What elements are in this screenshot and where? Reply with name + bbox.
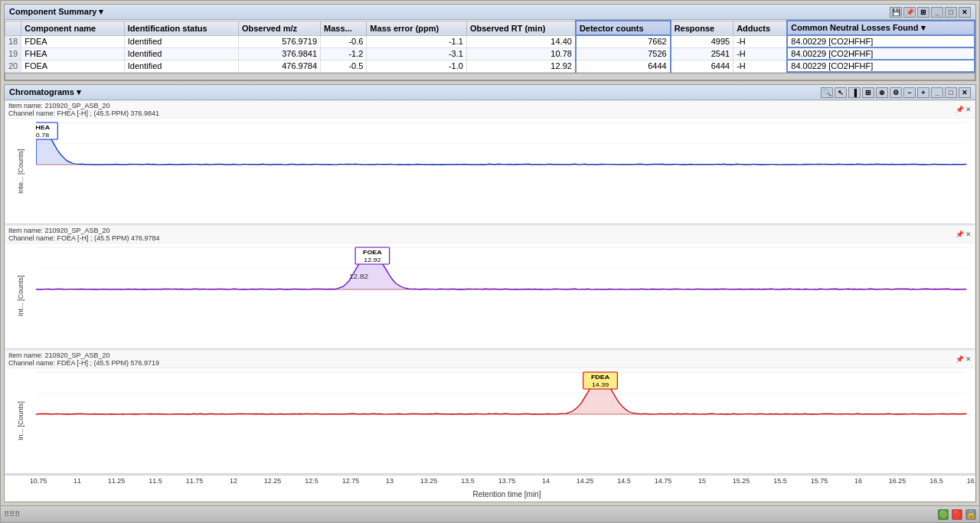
cell-cnl: 84.00229 [CO2HFHF] — [787, 35, 975, 47]
col-header-detector-counts[interactable]: Detector counts — [576, 21, 671, 35]
chrom-cursor-icon[interactable]: ↖ — [835, 87, 847, 98]
table-header-row: Component name Identification status Obs… — [5, 21, 975, 35]
chrom-expand-icon[interactable]: ⊕ — [876, 87, 888, 98]
cell-detector-counts: 6444 — [576, 60, 671, 72]
table-row[interactable]: 19 FHEA Identified 376.9841 -1.2 -3.1 10… — [5, 47, 975, 60]
component-table-body: 18 FDEA Identified 576.9719 -0.6 -1.1 14… — [5, 35, 975, 72]
svg-text:12.92: 12.92 — [364, 256, 381, 263]
plot-svg-container: FHEA 10.78 — [36, 119, 975, 224]
chrom-item-header: Item name: 210920_SP_ASB_20 Channel name… — [5, 351, 975, 368]
chrom-minus-icon[interactable]: − — [903, 87, 916, 98]
chrom-item-info: Item name: 210920_SP_ASB_20 Channel name… — [8, 227, 160, 242]
y-axis-label: Int... [Counts] — [5, 244, 36, 348]
chrom-item-close-btn[interactable]: ✕ — [965, 106, 972, 113]
col-header-component-name[interactable]: Component name — [21, 21, 125, 35]
chrom-item-pin[interactable]: 📌 — [956, 230, 964, 238]
chrom-channel-name: Channel name: FHEA [-H] ; (45.5 PPM) 376… — [8, 110, 159, 117]
cell-detector-counts: 7526 — [576, 47, 671, 60]
panel-header-icons: 💾 📌 ⊞ _ □ ✕ — [890, 7, 971, 18]
chrom-item-info: Item name: 210920_SP_ASB_20 Channel name… — [8, 351, 159, 367]
svg-text:14.39: 14.39 — [592, 381, 609, 387]
chrom-item: Item name: 210920_SP_ASB_20 Channel name… — [5, 101, 975, 224]
svg-text:12.82: 12.82 — [349, 273, 368, 280]
chrom-plot-area: In... [Counts] FDEA 14.39 — [5, 368, 975, 473]
cell-adducts: -H — [733, 35, 788, 47]
col-header-observed-rt[interactable]: Observed RT (min) — [466, 21, 575, 35]
col-header-id-status[interactable]: Identification status — [124, 21, 238, 35]
cell-mass-error: -3.1 — [367, 47, 467, 60]
minimize-icon[interactable]: _ — [931, 7, 943, 18]
col-header-adducts[interactable]: Adducts — [733, 21, 788, 35]
cell-mass-abs: -0.5 — [321, 60, 367, 72]
chrom-maximize-icon[interactable]: □ — [945, 87, 957, 98]
component-summary-title[interactable]: Component Summary ▾ — [9, 7, 103, 17]
cell-detector-counts: 7662 — [576, 35, 671, 47]
close-icon[interactable]: ✕ — [959, 7, 971, 18]
chrom-settings-icon[interactable]: ⚙ — [890, 87, 902, 98]
chrom-zoom-icon[interactable]: 🔍 — [821, 87, 833, 98]
chrom-item-name: Item name: 210920_SP_ASB_20 — [8, 227, 160, 234]
cell-adducts: -H — [733, 60, 788, 72]
svg-text:FOEA: FOEA — [363, 248, 382, 255]
status-icons: 🟢 🔴 🔒 — [938, 509, 976, 520]
grid-icon[interactable]: ⊞ — [917, 7, 929, 18]
pin-icon[interactable]: 📌 — [903, 7, 916, 18]
chrom-channel-name: Channel name: FOEA [-H] ; (45.5 PPM) 476… — [8, 234, 160, 242]
chrom-item-pin[interactable]: 📌 — [956, 355, 964, 363]
chrom-minimize-icon[interactable]: _ — [931, 87, 943, 98]
chrom-grid-icon[interactable]: ⊞ — [862, 87, 874, 98]
plot-svg-container: FDEA 14.39 — [36, 368, 975, 473]
component-table: Component name Identification status Obs… — [5, 20, 975, 73]
status-text: ⠿⠿⠿ — [4, 510, 20, 518]
row-num: 18 — [5, 35, 21, 47]
table-row[interactable]: 18 FDEA Identified 576.9719 -0.6 -1.1 14… — [5, 35, 975, 47]
x-tick-container: 10.751111.2511.511.751212.2512.512.75131… — [38, 477, 975, 489]
chromatograms-header: Chromatograms ▾ 🔍 ↖ ▐ ⊞ ⊕ ⚙ − + _ □ ✕ — [5, 85, 975, 100]
cell-observed-mz: 376.9841 — [238, 47, 320, 60]
col-header-observed-mz[interactable]: Observed m/z — [238, 21, 320, 35]
cell-id-status: Identified — [124, 47, 238, 60]
save-icon[interactable]: 💾 — [890, 7, 902, 18]
chrom-plus-icon[interactable]: + — [917, 87, 929, 98]
status-red-icon: 🔴 — [952, 509, 962, 520]
col-header-mass-abs[interactable]: Mass... — [321, 21, 367, 35]
table-row[interactable]: 20 FOEA Identified 476.9784 -0.5 -1.0 12… — [5, 60, 975, 72]
cell-mass-error: -1.0 — [367, 60, 467, 72]
chrom-item-header: Item name: 210920_SP_ASB_20 Channel name… — [5, 226, 975, 244]
cell-observed-rt: 14.40 — [466, 35, 575, 47]
cell-mass-error: -1.1 — [367, 35, 467, 47]
chrom-toolbar: 🔍 ↖ ▐ ⊞ ⊕ ⚙ − + _ □ ✕ — [821, 87, 971, 98]
chrom-item-header: Item name: 210920_SP_ASB_20 Channel name… — [5, 101, 975, 119]
cell-observed-rt: 10.78 — [466, 47, 575, 60]
horizontal-scrollbar[interactable] — [5, 73, 975, 80]
svg-text:FDEA: FDEA — [591, 373, 609, 380]
maximize-icon[interactable]: □ — [945, 7, 957, 18]
chrom-content: Item name: 210920_SP_ASB_20 Channel name… — [5, 100, 975, 502]
chrom-item-close-btn[interactable]: ✕ — [965, 230, 972, 238]
chrom-item-name: Item name: 210920_SP_ASB_20 — [8, 102, 159, 110]
cell-response: 2541 — [671, 47, 733, 60]
col-header-mass-error[interactable]: Mass error (ppm) — [367, 21, 467, 35]
chrom-close-icon[interactable]: ✕ — [959, 87, 971, 98]
component-summary-header: Component Summary ▾ 💾 📌 ⊞ _ □ ✕ — [5, 5, 975, 20]
component-table-wrapper: Component name Identification status Obs… — [5, 20, 975, 73]
chrom-item-info: Item name: 210920_SP_ASB_20 Channel name… — [8, 102, 159, 117]
chrom-item-pin[interactable]: 📌 — [956, 106, 964, 113]
cell-cnl: 84.00229 [CO2HFHF] — [787, 60, 975, 72]
plot-svg-container: 12.82 FOEA 12.92 — [36, 244, 975, 348]
col-header-cnl[interactable]: Common Neutral Losses Found ▾ — [787, 21, 975, 35]
cell-component-name: FOEA — [21, 60, 125, 72]
y-axis-label: In... [Counts] — [5, 368, 36, 473]
main-window: Component Summary ▾ 💾 📌 ⊞ _ □ ✕ Componen… — [0, 0, 980, 523]
chrom-plot-area: Int... [Counts] 12.82 FOEA 12.92 — [5, 244, 975, 348]
status-left: ⠿⠿⠿ — [4, 510, 20, 518]
status-green-icon: 🟢 — [938, 509, 949, 520]
col-header-response[interactable]: Response — [671, 21, 733, 35]
cell-response: 4995 — [671, 35, 733, 47]
chrom-bar-icon[interactable]: ▐ — [848, 87, 861, 98]
chrom-channel-name: Channel name: FDEA [-H] ; (45.5 PPM) 576… — [8, 359, 159, 367]
chromatograms-title[interactable]: Chromatograms ▾ — [9, 87, 81, 97]
chrom-item-close-btn[interactable]: ✕ — [965, 355, 972, 363]
cell-adducts: -H — [733, 47, 788, 60]
y-axis-label: Inte... [Counts] — [5, 119, 36, 224]
